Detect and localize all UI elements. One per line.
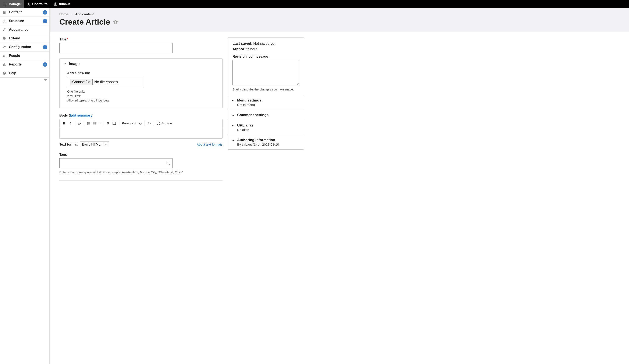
sidebar-item-structure[interactable]: Structure: [0, 17, 49, 25]
edit-summary-link[interactable]: Edit summary: [70, 114, 92, 117]
sidebar-collapse-button[interactable]: [0, 78, 49, 84]
sidebar-item-reports[interactable]: Reports: [0, 60, 49, 69]
people-icon: [2, 54, 6, 58]
menu-settings-accordion[interactable]: Menu settings Not in menu: [228, 95, 304, 110]
sidebar-item-label: People: [9, 54, 20, 58]
sidebar-item-appearance[interactable]: Appearance: [0, 25, 49, 34]
chevron-right-icon: ›: [71, 12, 72, 16]
star-icon: [27, 2, 30, 6]
chevron-down-icon[interactable]: [43, 45, 47, 49]
comment-settings-accordion[interactable]: Comment settings: [228, 110, 304, 120]
authoring-info-accordion[interactable]: Authoring information By thibaut (1) on …: [228, 135, 304, 149]
separator: [84, 121, 84, 126]
title-label: Title*: [59, 37, 223, 41]
add-file-label: Add a new file: [67, 71, 215, 75]
paintbrush-icon: [2, 27, 6, 32]
chevron-down-icon: [232, 139, 235, 142]
text-format-select[interactable]: Basic HTML: [80, 141, 109, 147]
text-format-label: Text format: [59, 143, 78, 146]
admin-toolbar: Manage Shortcuts thibaut: [0, 0, 629, 8]
separator: [119, 121, 119, 126]
chevron-down-icon[interactable]: [43, 62, 47, 67]
svg-text:3: 3: [93, 124, 94, 125]
sidebar-item-extend[interactable]: Extend: [0, 34, 49, 43]
bold-button[interactable]: [61, 120, 67, 126]
image-fieldset: Image Add a new file Choose file No file…: [59, 58, 223, 108]
document-icon: [2, 10, 6, 14]
toolbar-manage[interactable]: Manage: [0, 0, 24, 8]
required-indicator: *: [67, 37, 68, 41]
choose-file-button[interactable]: Choose file: [70, 79, 93, 85]
revision-log-textarea[interactable]: [232, 60, 299, 85]
breadcrumb: Home › Add content: [59, 12, 619, 16]
separator: [145, 121, 145, 126]
chevron-down-icon: [232, 99, 235, 102]
sidebar-item-label: Help: [9, 71, 16, 75]
breadcrumb-add-content[interactable]: Add content: [75, 12, 94, 16]
numbered-list-button[interactable]: 123: [92, 120, 98, 126]
svg-text:?: ?: [3, 72, 5, 74]
about-text-formats-link[interactable]: About text formats: [197, 143, 223, 146]
bar-chart-icon: [2, 62, 6, 67]
image-legend-label: Image: [69, 62, 80, 66]
url-alias-accordion[interactable]: URL alias No alias: [228, 120, 304, 135]
title-input[interactable]: [59, 43, 172, 53]
body-editor: 123 Paragraph: [59, 119, 223, 138]
toolbar-user[interactable]: thibaut: [50, 0, 73, 8]
italic-button[interactable]: [67, 120, 74, 126]
svg-point-10: [167, 162, 169, 164]
tags-input[interactable]: [59, 158, 172, 168]
page-title: Create Article: [59, 17, 110, 26]
star-outline-icon[interactable]: [113, 19, 118, 25]
tags-label: Tags: [59, 153, 223, 157]
editor-toolbar: 123 Paragraph: [60, 119, 222, 127]
author-row: Author: thibaut: [232, 47, 299, 51]
sidebar-item-configuration[interactable]: Configuration: [0, 43, 49, 51]
page-header: Home › Add content Create Article: [50, 8, 629, 32]
paragraph-select[interactable]: Paragraph: [120, 121, 143, 126]
body-editor-content[interactable]: [60, 127, 222, 138]
image-fieldset-toggle[interactable]: Image: [60, 59, 222, 69]
body-label: Body (Edit summary): [59, 114, 223, 117]
sidebar-item-label: Content: [9, 10, 22, 14]
file-chosen-text: No file chosen: [94, 80, 118, 84]
file-help-text: One file only. 2 MB limit. Allowed types…: [67, 89, 215, 103]
chevron-down-icon[interactable]: [43, 19, 47, 23]
sidebar-item-content[interactable]: Content: [0, 8, 49, 17]
code-button[interactable]: [146, 120, 152, 126]
image-button[interactable]: [111, 120, 117, 126]
sidebar-item-label: Appearance: [9, 28, 28, 32]
toolbar-shortcuts[interactable]: Shortcuts: [24, 0, 50, 8]
chevron-down-icon[interactable]: [43, 10, 47, 15]
search-icon: [166, 161, 170, 165]
svg-point-3: [87, 123, 88, 123]
link-button[interactable]: [76, 120, 83, 126]
toolbar-shortcuts-label: Shortcuts: [32, 2, 47, 6]
revision-log-help: Briefly describe the changes you have ma…: [232, 88, 299, 91]
sidebar-item-label: Extend: [9, 36, 20, 40]
sidebar-item-label: Configuration: [9, 45, 31, 49]
svg-point-4: [87, 124, 88, 124]
file-input[interactable]: Choose file No file chosen: [67, 77, 143, 87]
form-main-column: Title* Image Add a new file Choose: [59, 37, 223, 181]
tags-help-text: Enter a comma-separated list. For exampl…: [59, 170, 223, 174]
help-icon: ?: [2, 71, 6, 75]
bullet-list-button[interactable]: [85, 120, 92, 126]
paragraph-select-wrap: Paragraph: [120, 121, 143, 126]
puzzle-icon: [2, 36, 6, 40]
user-icon: [53, 2, 57, 6]
sidebar-item-people[interactable]: People: [0, 51, 49, 60]
main-region: Home › Add content Create Article Title*: [50, 8, 629, 364]
sidebar-item-help[interactable]: ? Help: [0, 69, 49, 78]
chevron-up-icon: [63, 62, 67, 66]
list-dropdown-button[interactable]: [98, 120, 102, 126]
toolbar-user-label: thibaut: [59, 2, 70, 6]
side-panel: Last saved: Not saved yet Author: thibau…: [228, 37, 304, 150]
breadcrumb-home[interactable]: Home: [59, 12, 68, 16]
source-button[interactable]: Source: [155, 121, 173, 125]
svg-point-9: [113, 123, 114, 123]
revision-log-label: Revision log message: [232, 55, 299, 58]
admin-sidebar: Content Structure Appearance Extend: [0, 8, 50, 364]
hamburger-icon: [3, 2, 7, 6]
blockquote-button[interactable]: [105, 120, 111, 126]
